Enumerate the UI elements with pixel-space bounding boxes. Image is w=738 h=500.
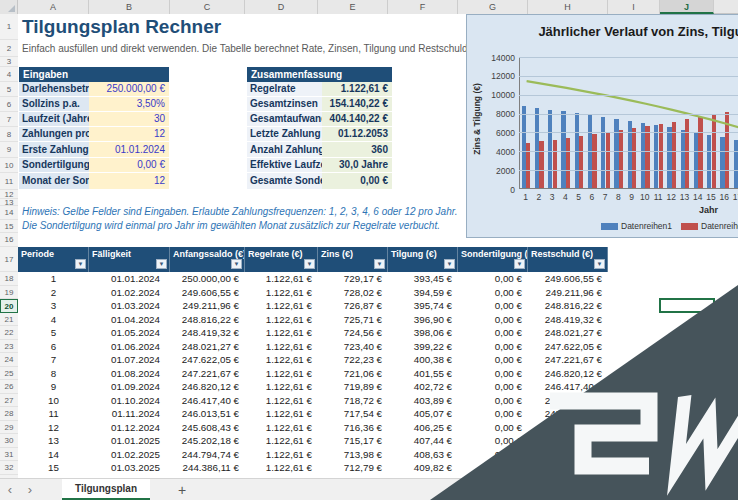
table-cell-r14-c1[interactable]: 01.02.2025 — [89, 448, 170, 462]
table-cell-r12-c7[interactable]: 245.202,18 € — [528, 421, 608, 435]
filter-button-0[interactable]: ▼ — [75, 259, 86, 269]
column-header-G[interactable]: G — [458, 0, 528, 14]
table-header-2[interactable]: Anfangssaldo (€)▼ — [170, 247, 245, 272]
column-header-B[interactable]: B — [89, 0, 170, 14]
table-cell-r8-c7[interactable]: 246.820,12 € — [528, 367, 608, 381]
table-cell-r15-c2[interactable]: 244.386,11 € — [170, 461, 245, 475]
table-header-5[interactable]: Tilgung (€)▼ — [388, 247, 458, 272]
table-cell-r8-c3[interactable]: 1.122,61 € — [245, 367, 318, 381]
chart-jaehrlicher-verlauf[interactable]: Jährlicher Verlauf von Zins, Tilgung und… — [466, 14, 738, 238]
row-header-1[interactable]: 1 — [0, 14, 18, 40]
table-cell-r4-c7[interactable]: 248.419,32 € — [528, 313, 608, 327]
table-cell-r3-c0[interactable]: 3 — [18, 299, 89, 313]
table-cell-r10-c3[interactable]: 1.122,61 € — [245, 394, 318, 408]
table-cell-r2-c1[interactable]: 01.02.2024 — [89, 286, 170, 300]
row-header-14[interactable]: 14 — [0, 206, 18, 220]
tab-tilgungsplan[interactable]: Tilgungsplan — [62, 479, 150, 500]
table-cell-r10-c0[interactable]: 10 — [18, 394, 89, 408]
table-cell-r5-c2[interactable]: 248.419,32 € — [170, 326, 245, 340]
table-header-4[interactable]: Zins (€)▼ — [318, 247, 388, 272]
row-header-24[interactable]: 24 — [0, 353, 18, 367]
row-header-2[interactable]: 2 — [0, 40, 18, 57]
table-cell-r12-c4[interactable]: 716,36 € — [318, 421, 388, 435]
row-header-18[interactable]: 18 — [0, 272, 18, 286]
table-cell-r4-c2[interactable]: 248.816,22 € — [170, 313, 245, 327]
column-header-C[interactable]: C — [170, 0, 245, 14]
table-cell-r7-c7[interactable]: 247.221,67 € — [528, 353, 608, 367]
filter-button-2[interactable]: ▼ — [231, 259, 242, 269]
next-sheet-arrow[interactable]: › — [20, 480, 40, 500]
table-cell-r1-c2[interactable]: 250.000,00 € — [170, 272, 245, 286]
table-cell-r2-c3[interactable]: 1.122,61 € — [245, 286, 318, 300]
input-value-3[interactable]: 12 — [89, 127, 169, 142]
table-cell-r9-c5[interactable]: 402,72 € — [388, 380, 458, 394]
table-cell-r3-c6[interactable]: 0,00 € — [458, 299, 528, 313]
table-cell-r14-c4[interactable]: 713,98 € — [318, 448, 388, 462]
filter-button-5[interactable]: ▼ — [444, 259, 455, 269]
table-cell-r5-c0[interactable]: 5 — [18, 326, 89, 340]
table-cell-r6-c1[interactable]: 01.06.2024 — [89, 340, 170, 354]
filter-button-6[interactable]: ▼ — [514, 259, 525, 269]
table-cell-r13-c3[interactable]: 1.122,61 € — [245, 434, 318, 448]
table-cell-r8-c6[interactable]: 0,00 € — [458, 367, 528, 381]
table-cell-r1-c6[interactable]: 0,00 € — [458, 272, 528, 286]
table-cell-r15-c6[interactable]: 0,00 € — [458, 461, 528, 475]
row-header-21[interactable]: 21 — [0, 313, 18, 327]
table-cell-r11-c6[interactable]: 0,00 € — [458, 407, 528, 421]
row-header-23[interactable]: 23 — [0, 340, 18, 354]
table-cell-r12-c0[interactable]: 12 — [18, 421, 89, 435]
table-cell-r15-c1[interactable]: 01.03.2025 — [89, 461, 170, 475]
table-cell-r14-c7[interactable]: 244.386,11 € — [528, 448, 608, 462]
row-header-20[interactable]: 20 — [0, 299, 18, 313]
table-cell-r11-c1[interactable]: 01.11.2024 — [89, 407, 170, 421]
table-cell-r12-c5[interactable]: 406,25 € — [388, 421, 458, 435]
input-value-1[interactable]: 3,50% — [89, 97, 169, 112]
table-cell-r2-c5[interactable]: 394,59 € — [388, 286, 458, 300]
table-cell-r13-c0[interactable]: 13 — [18, 434, 89, 448]
table-cell-r11-c3[interactable]: 1.122,61 € — [245, 407, 318, 421]
table-cell-r8-c5[interactable]: 401,55 € — [388, 367, 458, 381]
column-header-H[interactable]: H — [528, 0, 608, 14]
input-value-4[interactable]: 01.01.2024 — [89, 142, 169, 158]
table-cell-r13-c4[interactable]: 715,17 € — [318, 434, 388, 448]
table-cell-r9-c0[interactable]: 9 — [18, 380, 89, 394]
table-cell-r14-c5[interactable]: 408,63 € — [388, 448, 458, 462]
table-cell-r3-c7[interactable]: 248.816,22 € — [528, 299, 608, 313]
table-cell-r11-c4[interactable]: 717,54 € — [318, 407, 388, 421]
table-cell-r1-c0[interactable]: 1 — [18, 272, 89, 286]
select-all-corner[interactable] — [0, 0, 18, 14]
table-cell-r8-c1[interactable]: 01.08.2024 — [89, 367, 170, 381]
prev-sheet-arrow[interactable]: ‹ — [0, 480, 20, 500]
row-header-16[interactable]: 16 — [0, 233, 18, 247]
table-cell-r2-c0[interactable]: 2 — [18, 286, 89, 300]
table-cell-r14-c3[interactable]: 1.122,61 € — [245, 448, 318, 462]
table-cell-r15-c5[interactable]: 409,82 € — [388, 461, 458, 475]
table-cell-r15-c3[interactable]: 1.122,61 € — [245, 461, 318, 475]
table-cell-r1-c3[interactable]: 1.122,61 € — [245, 272, 318, 286]
column-header-F[interactable]: F — [388, 0, 458, 14]
table-cell-r1-c1[interactable]: 01.01.2024 — [89, 272, 170, 286]
table-cell-r2-c4[interactable]: 728,02 € — [318, 286, 388, 300]
table-cell-r8-c4[interactable]: 721,06 € — [318, 367, 388, 381]
input-value-0[interactable]: 250.000,00 € — [89, 82, 169, 97]
table-cell-r3-c4[interactable]: 726,87 € — [318, 299, 388, 313]
table-cell-r10-c7[interactable]: 246.013,51 € — [528, 394, 608, 408]
row-header-30[interactable]: 30 — [0, 434, 18, 448]
row-header-17[interactable]: 17 — [0, 247, 18, 272]
table-cell-r6-c2[interactable]: 248.021,27 € — [170, 340, 245, 354]
table-cell-r4-c3[interactable]: 1.122,61 € — [245, 313, 318, 327]
row-header-15[interactable]: 15 — [0, 220, 18, 233]
table-cell-r3-c2[interactable]: 249.211,96 € — [170, 299, 245, 313]
table-cell-r13-c7[interactable]: 244.794,74 € — [528, 434, 608, 448]
filter-button-3[interactable]: ▼ — [304, 259, 315, 269]
table-cell-r3-c5[interactable]: 395,74 € — [388, 299, 458, 313]
table-cell-r1-c4[interactable]: 729,17 € — [318, 272, 388, 286]
table-cell-r6-c6[interactable]: 0,00 € — [458, 340, 528, 354]
table-cell-r9-c3[interactable]: 1.122,61 € — [245, 380, 318, 394]
table-cell-r5-c1[interactable]: 01.05.2024 — [89, 326, 170, 340]
table-cell-r14-c6[interactable]: 0,00 € — [458, 448, 528, 462]
input-value-2[interactable]: 30 — [89, 112, 169, 127]
row-header-6[interactable]: 6 — [0, 97, 18, 112]
row-header-32[interactable]: 32 — [0, 461, 18, 475]
add-sheet-button[interactable]: + — [178, 480, 186, 500]
